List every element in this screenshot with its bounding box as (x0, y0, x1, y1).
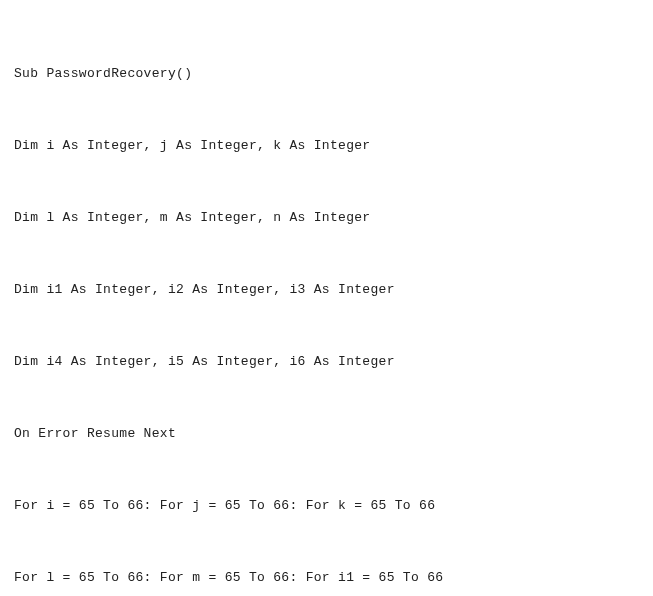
code-line: Dim i4 As Integer, i5 As Integer, i6 As … (14, 350, 639, 374)
code-line: On Error Resume Next (14, 422, 639, 446)
code-line: Sub PasswordRecovery() (14, 62, 639, 86)
code-line: Dim i As Integer, j As Integer, k As Int… (14, 134, 639, 158)
code-line: For i = 65 To 66: For j = 65 To 66: For … (14, 494, 639, 518)
code-line: For l = 65 To 66: For m = 65 To 66: For … (14, 566, 639, 590)
code-line: Dim i1 As Integer, i2 As Integer, i3 As … (14, 278, 639, 302)
vba-code-block: Sub PasswordRecovery() Dim i As Integer,… (14, 14, 639, 596)
code-line: Dim l As Integer, m As Integer, n As Int… (14, 206, 639, 230)
